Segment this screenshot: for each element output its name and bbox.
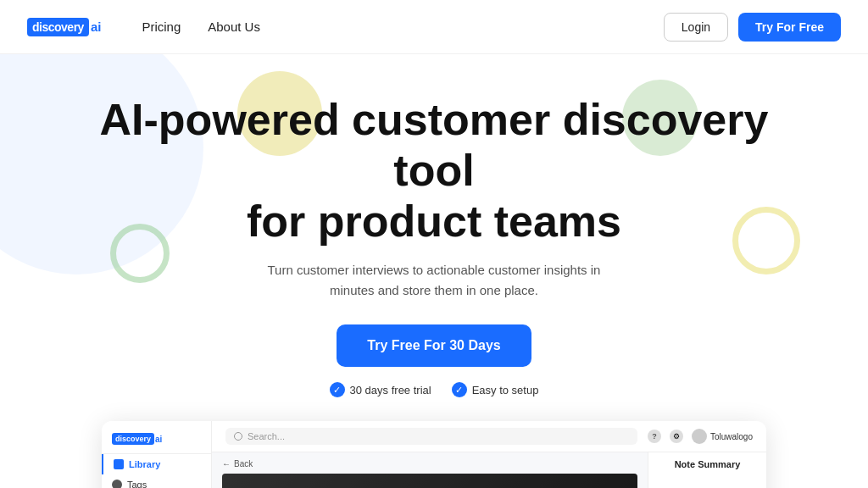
badge-trial-label: 30 days free trial: [350, 384, 431, 396]
app-logo-discovery: discovery: [112, 433, 154, 445]
app-search-bar[interactable]: Search...: [225, 428, 637, 445]
app-content-left: ← Back: [212, 452, 648, 488]
app-logo: discovery ai: [102, 430, 211, 454]
app-preview: discovery ai Library Tags S: [102, 421, 766, 488]
badge-setup: ✓ Easy to setup: [452, 382, 539, 397]
sidebar-item-library-label: Library: [129, 459, 160, 469]
app-topbar-icons: ? ⚙ Toluwalogo: [648, 429, 753, 444]
app-sidebar: discovery ai Library Tags: [102, 421, 212, 488]
app-topbar: Search... ? ⚙ Toluwalogo: [212, 421, 766, 452]
logo-ai: ai: [91, 19, 102, 34]
back-button[interactable]: ← Back: [222, 459, 637, 469]
badge-setup-label: Easy to setup: [472, 384, 539, 396]
help-icon[interactable]: ?: [648, 430, 661, 443]
content-thumbnail: [222, 474, 637, 488]
logo-discovery: discovery: [27, 18, 89, 36]
logo[interactable]: discovery ai: [27, 18, 101, 36]
try-for-free-button[interactable]: Try For Free: [738, 13, 841, 42]
user-name: Toluwalogo: [710, 432, 753, 441]
navbar: discovery ai Pricing About Us Login Try …: [0, 0, 868, 54]
sidebar-item-tags[interactable]: Tags: [102, 474, 211, 488]
app-main: Search... ? ⚙ Toluwalogo: [212, 421, 766, 488]
nav-actions: Login Try For Free: [664, 13, 841, 42]
hero-subtitle: Turn customer interviews to actionable c…: [248, 260, 620, 301]
user-avatar: [692, 429, 707, 444]
hero-badges: ✓ 30 days free trial ✓ Easy to setup: [34, 382, 834, 397]
thumbnail-overlay: [222, 474, 637, 488]
library-icon: [114, 459, 124, 469]
app-content-right: Note Summary: [648, 452, 766, 488]
sidebar-item-tags-label: Tags: [127, 480, 147, 488]
nav-links: Pricing About Us: [142, 19, 663, 34]
cta-button[interactable]: Try Free For 30 Days: [337, 324, 531, 367]
hero-section: AI-powered customer discovery tool for p…: [0, 54, 868, 488]
user-menu[interactable]: Toluwalogo: [692, 429, 753, 444]
nav-link-pricing[interactable]: Pricing: [142, 19, 181, 34]
nav-link-about[interactable]: About Us: [208, 19, 260, 34]
note-summary-title: Note Summary: [657, 459, 758, 469]
check-icon-2: ✓: [452, 382, 467, 397]
hero-title: AI-powered customer discovery tool for p…: [34, 95, 834, 247]
login-button[interactable]: Login: [664, 13, 728, 42]
check-icon-1: ✓: [330, 382, 345, 397]
settings-icon[interactable]: ⚙: [670, 430, 683, 443]
app-content: ← Back Note Summary: [212, 452, 766, 488]
badge-trial: ✓ 30 days free trial: [330, 382, 431, 397]
sidebar-item-library[interactable]: Library: [102, 454, 211, 474]
search-icon: [234, 432, 242, 441]
search-placeholder: Search...: [248, 431, 285, 441]
app-logo-ai: ai: [155, 435, 162, 444]
back-label: Back: [234, 459, 253, 469]
tag-icon: [112, 480, 122, 488]
